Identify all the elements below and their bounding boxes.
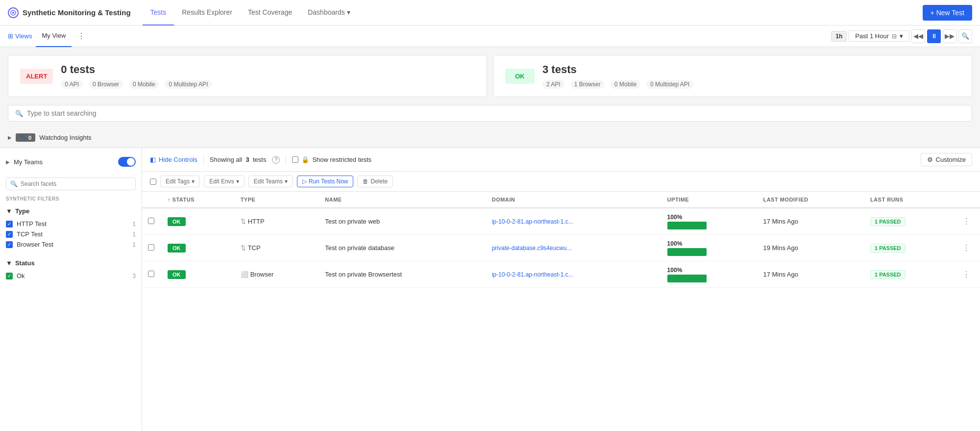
edit-teams-button[interactable]: Edit Teams ▾ <box>248 176 293 187</box>
watchdog-row[interactable]: ▶ 🐾 0 Watchdog Insights <box>8 131 972 144</box>
search-facets-input[interactable] <box>21 180 131 187</box>
status-badge: OK <box>168 244 186 253</box>
sub-header: ⊞ Views My View ⋮ 1h Past 1 Hour ⊟ ▾ ◀◀ … <box>0 25 980 47</box>
edit-envs-button[interactable]: Edit Envs ▾ <box>204 176 245 187</box>
ok-mobile-tag: 0 Mobile <box>611 80 640 89</box>
search-bar-wrapper: 🔍 <box>0 105 980 127</box>
ok-badge: OK <box>505 69 535 84</box>
my-teams-row[interactable]: ▶ My Teams <box>6 154 136 170</box>
http-checkbox[interactable]: ✓ <box>6 221 13 228</box>
col-last-runs[interactable]: LAST RUNS <box>864 192 953 208</box>
last-runs-cell: 1 PASSED <box>864 261 953 288</box>
filter-item-tcp[interactable]: ✓ TCP Test 1 <box>6 229 136 239</box>
col-type[interactable]: TYPE <box>235 192 319 208</box>
search-button[interactable]: 🔍 <box>958 29 972 43</box>
status-filter-header[interactable]: ▼ Status <box>6 257 136 271</box>
type-cell: ⇅ TCP <box>241 244 314 252</box>
table-row: OK ⇅ TCP Test on private database privat… <box>142 235 980 261</box>
my-teams-toggle[interactable] <box>118 157 136 167</box>
my-view-tab[interactable]: My View <box>36 25 72 47</box>
watchdog-icon: 🐾 <box>20 134 26 141</box>
ok-multistep-tag: 0 Multistep API <box>646 80 693 89</box>
edit-tags-button[interactable]: Edit Tags ▾ <box>160 176 200 187</box>
ok-checkbox[interactable]: ✓ <box>6 273 13 279</box>
hide-controls-icon: ◧ <box>150 156 156 163</box>
col-uptime[interactable]: UPTIME <box>662 192 758 208</box>
chevron-down-icon: ▾ <box>192 178 195 185</box>
search-facets-icon: 🔍 <box>10 180 18 187</box>
tcp-checkbox[interactable]: ✓ <box>6 231 13 238</box>
top-navigation: Synthetic Monitoring & Testing Tests Res… <box>0 0 980 25</box>
alert-stat-card: ALERT 0 tests 0 API 0 Browser 0 Mobile 0… <box>8 55 487 97</box>
table-row: OK ⬜ Browser Test on private Browsertest… <box>142 261 980 288</box>
row-actions-button[interactable]: ⋮ <box>958 268 974 280</box>
tcp-icon: ⇅ <box>241 244 246 252</box>
nav-tab-results[interactable]: Results Explorer <box>174 0 240 25</box>
fast-forward-icon: ▶▶ <box>945 32 955 40</box>
row-checkbox[interactable] <box>148 271 154 277</box>
filter-item-ok[interactable]: ✓ Ok 3 <box>6 271 136 281</box>
type-filter-header[interactable]: ▼ Type <box>6 205 136 219</box>
table-row: OK ⇅ HTTP Test on private web ip-10-0-2-… <box>142 208 980 235</box>
restricted-checkbox[interactable] <box>292 156 298 163</box>
row-checkbox[interactable] <box>148 244 154 251</box>
show-restricted-label: Show restricted tests <box>312 156 371 163</box>
app-logo-icon <box>8 7 19 18</box>
filter-item-http[interactable]: ✓ HTTP Test 1 <box>6 219 136 229</box>
nav-tabs: Tests Results Explorer Test Coverage Das… <box>143 0 358 25</box>
ok-api-tag: 2 API <box>542 80 564 89</box>
help-icon[interactable]: ? <box>272 156 280 164</box>
col-last-modified[interactable]: LAST MODIFIED <box>757 192 864 208</box>
alert-browser-tag: 0 Browser <box>89 80 123 89</box>
status-badge: OK <box>168 217 186 226</box>
show-restricted-row[interactable]: 🔒 Show restricted tests <box>292 156 371 163</box>
nav-tab-coverage[interactable]: Test Coverage <box>240 0 300 25</box>
test-table: ↑ STATUS TYPE NAME DOMAIN UPTIME LAST MO… <box>142 192 980 288</box>
ok-filter-count: 3 <box>132 273 136 279</box>
domain-cell: ip-10-0-2-81.ap-northeast-1.c... <box>492 218 573 225</box>
rewind-button[interactable]: ◀◀ <box>911 29 925 43</box>
row-actions-button[interactable]: ⋮ <box>958 242 974 254</box>
run-tests-now-button[interactable]: ▷ Run Tests Now <box>297 176 353 187</box>
check-icon: ✓ <box>7 273 11 279</box>
alert-badge: ALERT <box>20 69 53 84</box>
col-actions <box>953 192 980 208</box>
views-button[interactable]: ⊞ Views <box>8 32 32 40</box>
nav-tab-dashboards[interactable]: Dashboards ▾ <box>300 0 358 25</box>
col-domain[interactable]: DOMAIN <box>486 192 662 208</box>
fast-forward-button[interactable]: ▶▶ <box>943 29 956 43</box>
type-filter-section: ▼ Type ✓ HTTP Test 1 ✓ TCP Test 1 <box>6 205 136 250</box>
delete-button[interactable]: 🗑 Delete <box>357 176 393 187</box>
filter-item-browser[interactable]: ✓ Browser Test 1 <box>6 239 136 250</box>
new-test-button[interactable]: + New Test <box>923 5 972 21</box>
row-actions-button[interactable]: ⋮ <box>958 215 974 228</box>
passed-badge: 1 PASSED <box>870 217 906 226</box>
browser-icon: ⬜ <box>241 271 248 278</box>
nav-tab-tests[interactable]: Tests <box>143 0 174 25</box>
separator <box>286 155 286 165</box>
domain-cell: ip-10-0-2-81.ap-northeast-1.c... <box>492 271 573 278</box>
my-teams-label: My Teams <box>14 158 114 166</box>
time-controls: 1h Past 1 Hour ⊟ ▾ ◀◀ ⏸ ▶▶ 🔍 <box>831 29 972 43</box>
search-input[interactable] <box>27 109 965 117</box>
pause-button[interactable]: ⏸ <box>927 29 941 43</box>
views-icon: ⊞ <box>8 32 13 40</box>
browser-checkbox[interactable]: ✓ <box>6 241 13 248</box>
row-checkbox[interactable] <box>148 218 154 224</box>
customize-button[interactable]: ⚙ Customize <box>921 153 972 166</box>
last-runs-cell: 1 PASSED <box>864 208 953 235</box>
filter-icon: ⊟ <box>892 33 897 40</box>
time-range-selector[interactable]: Past 1 Hour ⊟ ▾ <box>849 30 909 42</box>
type-filter-label: Type <box>15 207 29 215</box>
stats-bar: ALERT 0 tests 0 API 0 Browser 0 Mobile 0… <box>0 47 980 105</box>
ok-tags: 2 API 1 Browser 0 Mobile 0 Multistep API <box>542 80 693 89</box>
col-name[interactable]: NAME <box>319 192 486 208</box>
pause-icon: ⏸ <box>931 32 937 40</box>
uptime-bar <box>667 275 707 282</box>
kebab-menu-button[interactable]: ⋮ <box>75 29 87 43</box>
toggle-knob <box>127 158 135 166</box>
search-facets-wrapper[interactable]: 🔍 <box>6 177 136 190</box>
select-all-checkbox[interactable] <box>150 178 156 185</box>
hide-controls-button[interactable]: ◧ Hide Controls <box>150 156 197 163</box>
col-status[interactable]: ↑ STATUS <box>162 192 235 208</box>
